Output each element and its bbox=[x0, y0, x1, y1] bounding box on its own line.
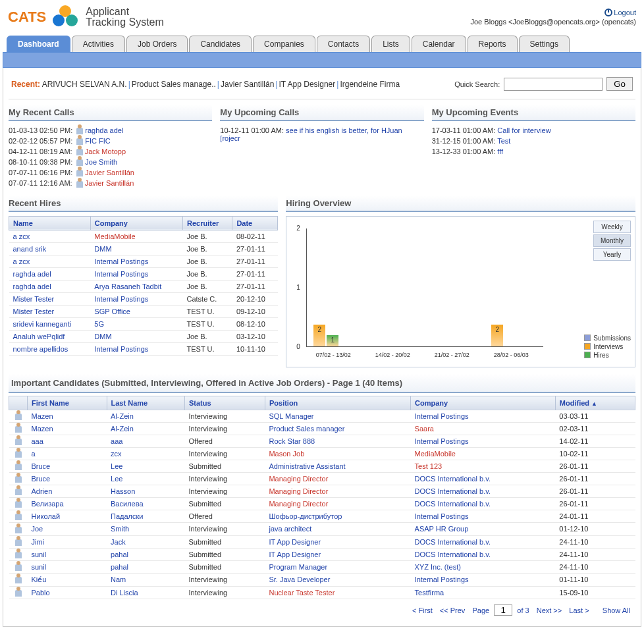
lastname-link[interactable]: Василева bbox=[111, 500, 143, 508]
call-link[interactable]: Test bbox=[497, 137, 510, 145]
name-link[interactable]: raghda adel bbox=[13, 270, 51, 278]
pager-first[interactable]: < First bbox=[412, 606, 433, 614]
chart-range-weekly[interactable]: Weekly bbox=[593, 221, 631, 233]
firstname-link[interactable]: Jimi bbox=[32, 538, 45, 546]
lastname-link[interactable]: Hasson bbox=[111, 487, 135, 495]
call-link[interactable]: Javier Santillán bbox=[85, 179, 134, 187]
lastname-link[interactable]: Lee bbox=[111, 475, 122, 483]
recent-item[interactable]: Javier Santillán bbox=[221, 80, 274, 89]
company-link[interactable]: Test 123 bbox=[415, 462, 443, 470]
position-link[interactable]: Program Manager bbox=[269, 563, 327, 571]
recent-item[interactable]: Product Sales manage.. bbox=[132, 80, 216, 89]
company-link[interactable]: DOCS International b.v. bbox=[415, 500, 491, 508]
col-header[interactable]: Recruiter bbox=[182, 216, 232, 230]
company-link[interactable]: Internal Postings bbox=[415, 512, 469, 520]
firstname-link[interactable]: aaa bbox=[32, 437, 43, 445]
company-link[interactable]: DOCS International b.v. bbox=[415, 538, 491, 546]
company-link[interactable]: DOCS International b.v. bbox=[415, 475, 491, 483]
call-link[interactable]: raghda adel bbox=[85, 126, 123, 134]
col-header[interactable]: Modified ▲ bbox=[555, 396, 635, 410]
lastname-link[interactable]: Al-Zein bbox=[111, 425, 134, 433]
col-header[interactable]: Position bbox=[265, 396, 410, 410]
company-link[interactable]: DMM bbox=[94, 245, 111, 253]
name-link[interactable]: a zcx bbox=[13, 232, 30, 240]
company-link[interactable]: Internal Postings bbox=[94, 270, 148, 278]
position-link[interactable]: Шофьор-дистрибутор bbox=[269, 512, 342, 520]
lastname-link[interactable]: pahal bbox=[111, 550, 128, 558]
col-header[interactable]: Company bbox=[90, 216, 182, 230]
position-link[interactable]: Mason Job bbox=[269, 450, 304, 458]
lastname-link[interactable]: Smith bbox=[111, 525, 129, 533]
position-link[interactable]: Product Sales manager bbox=[269, 425, 344, 433]
tab-contacts[interactable]: Contacts bbox=[317, 36, 370, 52]
company-link[interactable]: Testfirma bbox=[415, 589, 444, 597]
name-link[interactable]: raghda adel bbox=[13, 282, 51, 290]
firstname-link[interactable]: Bruce bbox=[32, 462, 51, 470]
lastname-link[interactable]: Di Liscia bbox=[111, 589, 138, 597]
firstname-link[interactable]: Pablo bbox=[32, 589, 50, 597]
lastname-link[interactable]: Jack bbox=[111, 538, 126, 546]
name-link[interactable]: nombre apellidos bbox=[13, 345, 68, 353]
company-link[interactable]: Saara bbox=[415, 425, 434, 433]
position-link[interactable]: Managing Director bbox=[269, 487, 328, 495]
tab-settings[interactable]: Settings bbox=[519, 36, 570, 52]
col-header[interactable]: Date bbox=[232, 216, 278, 230]
firstname-link[interactable]: Велизара bbox=[32, 500, 64, 508]
company-link[interactable]: MediaMobile bbox=[415, 450, 456, 458]
lastname-link[interactable]: zcx bbox=[111, 450, 122, 458]
company-link[interactable]: DOCS International b.v. bbox=[415, 550, 491, 558]
company-link[interactable]: Internal Postings bbox=[415, 437, 469, 445]
name-link[interactable]: sridevi kanneganti bbox=[13, 320, 72, 328]
lastname-link[interactable]: Lee bbox=[111, 462, 122, 470]
tab-candidates[interactable]: Candidates bbox=[189, 36, 252, 52]
company-link[interactable]: Internal Postings bbox=[415, 576, 469, 583]
firstname-link[interactable]: sunil bbox=[32, 550, 47, 558]
company-link[interactable]: Arya Rasaneh Tadbit bbox=[94, 282, 161, 290]
name-link[interactable]: Analuh wePqlidf bbox=[13, 333, 65, 340]
quick-search-input[interactable] bbox=[504, 78, 603, 91]
quick-search-go[interactable]: Go bbox=[606, 77, 633, 91]
position-link[interactable]: Sr. Java Developer bbox=[269, 576, 330, 583]
chart-range-monthly[interactable]: Monthly bbox=[593, 234, 631, 247]
firstname-link[interactable]: Adrien bbox=[32, 487, 53, 495]
firstname-link[interactable]: Николай bbox=[32, 512, 61, 520]
company-link[interactable]: ASAP HR Group bbox=[415, 525, 469, 533]
tab-reports[interactable]: Reports bbox=[468, 36, 518, 52]
firstname-link[interactable]: Kiều bbox=[32, 576, 47, 583]
call-link[interactable]: Jack Motopp bbox=[85, 148, 126, 155]
name-link[interactable]: anand srik bbox=[13, 245, 47, 253]
col-header[interactable]: Company bbox=[411, 396, 556, 410]
recent-item[interactable]: IT App Designer bbox=[279, 80, 335, 89]
company-link[interactable]: DOCS International b.v. bbox=[415, 487, 491, 495]
firstname-link[interactable]: sunil bbox=[32, 563, 47, 571]
company-link[interactable]: Internal Postings bbox=[415, 412, 469, 420]
company-link[interactable]: Internal Postings bbox=[94, 295, 148, 303]
position-link[interactable]: SQL Manager bbox=[269, 412, 313, 420]
position-link[interactable]: IT App Designer bbox=[269, 550, 321, 558]
pager-prev[interactable]: << Prev bbox=[440, 606, 466, 614]
tab-companies[interactable]: Companies bbox=[253, 36, 315, 52]
tab-calendar[interactable]: Calendar bbox=[412, 36, 466, 52]
call-link[interactable]: fff bbox=[497, 148, 503, 155]
call-link[interactable]: Javier Santillán bbox=[85, 169, 134, 176]
logout-link[interactable]: Logout bbox=[604, 9, 636, 16]
company-link[interactable]: Internal Postings bbox=[94, 345, 148, 353]
position-link[interactable]: java architect bbox=[269, 525, 311, 533]
call-link[interactable]: FIC FIC bbox=[85, 137, 111, 145]
firstname-link[interactable]: Bruce bbox=[32, 475, 51, 483]
firstname-link[interactable]: Mazen bbox=[32, 425, 53, 433]
call-link[interactable]: Call for interview bbox=[497, 126, 550, 134]
company-link[interactable]: Internal Postings bbox=[94, 257, 148, 265]
pager-showall[interactable]: Show All bbox=[603, 606, 630, 614]
lastname-link[interactable]: aaa bbox=[111, 437, 122, 445]
tab-lists[interactable]: Lists bbox=[371, 36, 410, 52]
firstname-link[interactable]: Joe bbox=[32, 525, 43, 533]
company-link[interactable]: 5G bbox=[94, 320, 104, 328]
tab-job-orders[interactable]: Job Orders bbox=[126, 36, 188, 52]
lastname-link[interactable]: Al-Zein bbox=[111, 412, 134, 420]
call-link[interactable]: Joe Smith bbox=[85, 158, 117, 166]
company-link[interactable]: SGP Office bbox=[94, 308, 130, 315]
tab-dashboard[interactable]: Dashboard bbox=[7, 36, 70, 52]
name-link[interactable]: Mister Tester bbox=[13, 308, 55, 315]
pager-page-input[interactable] bbox=[494, 604, 512, 616]
